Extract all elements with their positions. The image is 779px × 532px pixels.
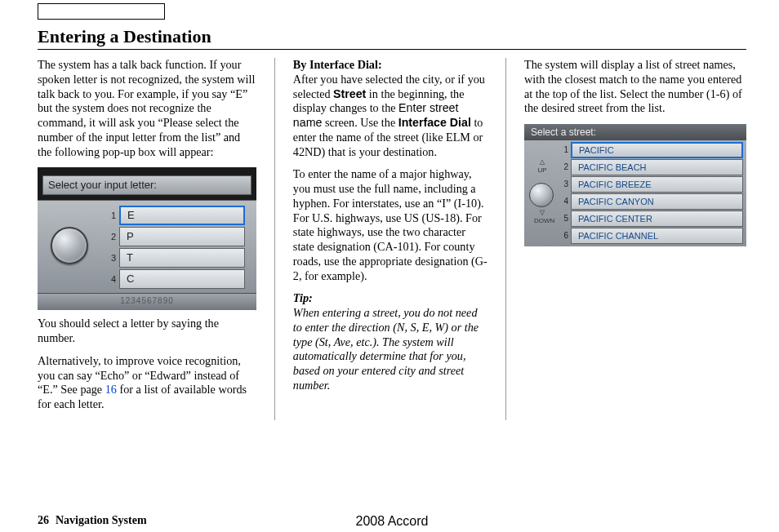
row-value: PACIFIC CANYON: [571, 193, 743, 210]
title-rule: [38, 49, 746, 50]
content-columns: The system has a talk back function. If …: [38, 58, 746, 420]
row-value: PACIFIC BREEZE: [571, 176, 743, 193]
row-value: PACIFIC CENTER: [571, 211, 743, 227]
row-number: 4: [101, 269, 119, 289]
down-arrow-icon: ▽DOWN: [534, 209, 550, 225]
up-label: UP: [537, 166, 546, 174]
col2-p1: By Interface Dial: After you have select…: [293, 58, 487, 159]
list-item: 3 PACIFIC BREEZE: [557, 176, 743, 193]
row-value: PACIFIC CHANNEL: [571, 228, 743, 244]
shot1-header: Select your input letter:: [42, 175, 252, 195]
col2-p1e: screen. Use the: [322, 116, 398, 129]
list-item: 1 E: [101, 206, 245, 225]
shot2-header: Select a street:: [524, 124, 746, 140]
top-blank-box: [38, 3, 165, 20]
col3-p1: The system will display a list of street…: [524, 58, 746, 116]
screenshot-input-letter: Select your input letter: 1 E 2 P: [38, 167, 256, 310]
list-item: 1 PACIFIC: [557, 142, 743, 158]
shot2-body: △UP ▽DOWN 1 PACIFIC 2 PACIFIC BEACH: [524, 140, 746, 246]
col2-p1f: Interface Dial: [398, 116, 471, 129]
list-item: 6 PACIFIC CHANNEL: [557, 228, 743, 244]
row-value: C: [119, 269, 245, 289]
list-item: 3 T: [101, 248, 245, 268]
column-separator: [505, 58, 506, 420]
row-number: 1: [557, 142, 571, 158]
tip-body: When entering a street, you do not need …: [293, 306, 479, 392]
dial-icon: [51, 227, 88, 264]
row-number: 6: [557, 228, 571, 244]
column-1: The system has a talk back function. If …: [38, 58, 256, 420]
row-value: T: [119, 248, 245, 268]
shot1-list: 1 E 2 P 3 T 4 C: [101, 206, 245, 290]
shot2-list: 1 PACIFIC 2 PACIFIC BEACH 3 PACIFIC BREE…: [557, 142, 743, 245]
screenshot-select-street: Select a street: △UP ▽DOWN 1 PACIFIC 2 P…: [524, 124, 746, 246]
list-item: 4 C: [101, 269, 245, 289]
footer-model: 2008 Accord: [356, 514, 429, 529]
row-value: PACIFIC: [571, 142, 743, 158]
row-number: 2: [557, 159, 571, 175]
col1-p2: You should select a letter by saying the…: [38, 317, 256, 346]
col2-tip: Tip: When entering a street, you do not …: [293, 291, 487, 392]
page-number: 26: [38, 514, 49, 527]
col2-subhead: By Interface Dial:: [293, 58, 382, 71]
row-number: 2: [101, 227, 119, 246]
col2-p1b: Street: [333, 87, 366, 100]
col2-p2: To enter the name of a major highway, yo…: [293, 167, 487, 283]
row-value: P: [119, 227, 245, 246]
list-item: 2 PACIFIC BEACH: [557, 159, 743, 175]
shot1-panel: 1 E 2 P 3 T 4 C: [38, 200, 256, 294]
column-2: By Interface Dial: After you have select…: [293, 58, 487, 420]
row-number: 3: [557, 176, 571, 193]
col1-p1: The system has a talk back function. If …: [38, 58, 256, 159]
row-number: 4: [557, 193, 571, 210]
page-title: Entering a Destination: [38, 26, 746, 47]
list-item: 5 PACIFIC CENTER: [557, 211, 743, 227]
row-number: 3: [101, 248, 119, 268]
column-separator: [274, 58, 275, 420]
col1-p3: Alternatively, to improve voice recognit…: [38, 354, 256, 412]
row-number: 5: [557, 211, 571, 227]
column-3: The system will display a list of street…: [524, 58, 746, 420]
page-footer: 26 Navigation System 2008 Accord: [38, 514, 746, 527]
footer-section: Navigation System: [56, 514, 147, 527]
row-value: PACIFIC BEACH: [571, 159, 743, 175]
up-arrow-icon: △UP: [534, 158, 550, 175]
tip-label: Tip:: [293, 291, 313, 304]
row-number: 1: [101, 206, 119, 225]
list-item: 2 P: [101, 227, 245, 246]
shot1-number-strip: 1234567890: [38, 293, 256, 310]
page-link-16[interactable]: 16: [105, 383, 117, 396]
list-item: 4 PACIFIC CANYON: [557, 193, 743, 210]
down-label: DOWN: [534, 217, 554, 224]
dial-icon: [529, 183, 554, 207]
row-value: E: [119, 206, 245, 225]
